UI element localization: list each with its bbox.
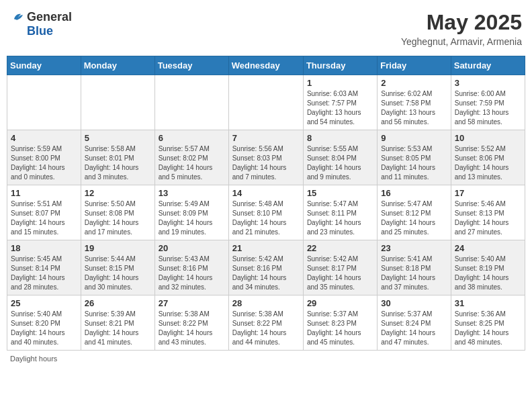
calendar-cell: 1Sunrise: 6:03 AM Sunset: 7:57 PM Daylig… bbox=[303, 75, 377, 130]
day-number: 9 bbox=[381, 133, 447, 143]
calendar-cell: 8Sunrise: 5:55 AM Sunset: 8:04 PM Daylig… bbox=[303, 130, 377, 185]
calendar-cell: 21Sunrise: 5:42 AM Sunset: 8:16 PM Dayli… bbox=[228, 240, 303, 295]
day-number: 16 bbox=[381, 188, 447, 198]
subtitle: Yeghegnut, Armavir, Armenia bbox=[401, 36, 522, 47]
day-number: 27 bbox=[159, 298, 225, 308]
day-info: Sunrise: 6:03 AM Sunset: 7:57 PM Dayligh… bbox=[307, 89, 373, 127]
calendar-cell: 19Sunrise: 5:44 AM Sunset: 8:15 PM Dayli… bbox=[81, 240, 154, 295]
calendar-cell bbox=[154, 75, 228, 130]
day-number: 21 bbox=[232, 243, 300, 253]
calendar-cell: 4Sunrise: 5:59 AM Sunset: 8:00 PM Daylig… bbox=[7, 130, 81, 185]
day-header-wednesday: Wednesday bbox=[228, 56, 303, 75]
calendar-cell: 29Sunrise: 5:37 AM Sunset: 8:23 PM Dayli… bbox=[303, 295, 377, 351]
calendar-cell: 24Sunrise: 5:40 AM Sunset: 8:19 PM Dayli… bbox=[451, 240, 525, 295]
day-info: Sunrise: 5:41 AM Sunset: 8:18 PM Dayligh… bbox=[381, 255, 447, 292]
day-info: Sunrise: 5:53 AM Sunset: 8:05 PM Dayligh… bbox=[381, 144, 447, 182]
calendar-cell: 28Sunrise: 5:38 AM Sunset: 8:22 PM Dayli… bbox=[228, 295, 303, 351]
day-number: 3 bbox=[455, 78, 521, 88]
day-header-friday: Friday bbox=[378, 56, 451, 75]
calendar-cell: 30Sunrise: 5:37 AM Sunset: 8:24 PM Dayli… bbox=[378, 295, 451, 351]
calendar-cell: 20Sunrise: 5:43 AM Sunset: 8:16 PM Dayli… bbox=[154, 240, 228, 295]
calendar-week-3: 11Sunrise: 5:51 AM Sunset: 8:07 PM Dayli… bbox=[7, 185, 525, 240]
main-title: May 2025 bbox=[401, 10, 522, 35]
day-info: Sunrise: 5:38 AM Sunset: 8:22 PM Dayligh… bbox=[232, 310, 300, 347]
day-number: 19 bbox=[85, 243, 151, 253]
calendar-cell: 15Sunrise: 5:47 AM Sunset: 8:11 PM Dayli… bbox=[303, 185, 377, 240]
day-number: 10 bbox=[455, 133, 521, 143]
day-info: Sunrise: 5:58 AM Sunset: 8:01 PM Dayligh… bbox=[85, 144, 151, 182]
calendar-cell bbox=[81, 75, 154, 130]
calendar-cell: 3Sunrise: 6:00 AM Sunset: 7:59 PM Daylig… bbox=[451, 75, 525, 130]
calendar-header-row: SundayMondayTuesdayWednesdayThursdayFrid… bbox=[7, 56, 525, 75]
day-info: Sunrise: 5:47 AM Sunset: 8:11 PM Dayligh… bbox=[307, 199, 373, 237]
day-number: 23 bbox=[381, 243, 447, 253]
calendar-cell: 11Sunrise: 5:51 AM Sunset: 8:07 PM Dayli… bbox=[7, 185, 81, 240]
day-number: 5 bbox=[85, 133, 151, 143]
calendar-cell: 6Sunrise: 5:57 AM Sunset: 8:02 PM Daylig… bbox=[154, 130, 228, 185]
day-number: 24 bbox=[455, 243, 521, 253]
calendar-cell: 5Sunrise: 5:58 AM Sunset: 8:01 PM Daylig… bbox=[81, 130, 154, 185]
day-info: Sunrise: 5:52 AM Sunset: 8:06 PM Dayligh… bbox=[455, 144, 521, 182]
calendar-cell: 31Sunrise: 5:36 AM Sunset: 8:25 PM Dayli… bbox=[451, 295, 525, 351]
day-number: 12 bbox=[85, 188, 151, 198]
day-number: 1 bbox=[307, 78, 373, 88]
day-header-thursday: Thursday bbox=[303, 56, 377, 75]
day-number: 11 bbox=[11, 188, 77, 198]
day-info: Sunrise: 5:42 AM Sunset: 8:17 PM Dayligh… bbox=[307, 255, 373, 292]
day-header-saturday: Saturday bbox=[451, 56, 525, 75]
calendar-cell bbox=[228, 75, 303, 130]
day-number: 6 bbox=[159, 133, 225, 143]
day-number: 30 bbox=[381, 298, 447, 308]
calendar-week-1: 1Sunrise: 6:03 AM Sunset: 7:57 PM Daylig… bbox=[7, 75, 525, 130]
day-info: Sunrise: 5:56 AM Sunset: 8:03 PM Dayligh… bbox=[232, 144, 300, 182]
day-number: 17 bbox=[455, 188, 521, 198]
day-number: 4 bbox=[11, 133, 77, 143]
day-info: Sunrise: 6:00 AM Sunset: 7:59 PM Dayligh… bbox=[455, 89, 521, 127]
day-number: 28 bbox=[232, 298, 300, 308]
day-info: Sunrise: 5:55 AM Sunset: 8:04 PM Dayligh… bbox=[307, 144, 373, 182]
day-info: Sunrise: 5:46 AM Sunset: 8:13 PM Dayligh… bbox=[455, 199, 521, 237]
logo-blue-text: Blue bbox=[27, 25, 53, 38]
calendar-cell bbox=[7, 75, 81, 130]
day-number: 22 bbox=[307, 243, 373, 253]
day-info: Sunrise: 5:59 AM Sunset: 8:00 PM Dayligh… bbox=[11, 144, 77, 182]
day-number: 2 bbox=[381, 78, 447, 88]
day-info: Sunrise: 5:40 AM Sunset: 8:19 PM Dayligh… bbox=[455, 255, 521, 292]
calendar-cell: 14Sunrise: 5:48 AM Sunset: 8:10 PM Dayli… bbox=[228, 185, 303, 240]
logo-bird-icon bbox=[10, 10, 25, 25]
day-number: 20 bbox=[159, 243, 225, 253]
day-info: Sunrise: 5:48 AM Sunset: 8:10 PM Dayligh… bbox=[232, 199, 300, 237]
calendar-week-2: 4Sunrise: 5:59 AM Sunset: 8:00 PM Daylig… bbox=[7, 130, 525, 185]
day-number: 13 bbox=[159, 188, 225, 198]
header: General Blue May 2025 Yeghegnut, Armavir… bbox=[7, 7, 525, 50]
calendar-cell: 22Sunrise: 5:42 AM Sunset: 8:17 PM Dayli… bbox=[303, 240, 377, 295]
calendar-cell: 26Sunrise: 5:39 AM Sunset: 8:21 PM Dayli… bbox=[81, 295, 154, 351]
calendar-cell: 18Sunrise: 5:45 AM Sunset: 8:14 PM Dayli… bbox=[7, 240, 81, 295]
day-info: Sunrise: 5:51 AM Sunset: 8:07 PM Dayligh… bbox=[11, 199, 77, 237]
logo-general-text: General bbox=[27, 11, 72, 24]
calendar: SundayMondayTuesdayWednesdayThursdayFrid… bbox=[7, 56, 525, 351]
day-number: 14 bbox=[232, 188, 300, 198]
day-info: Sunrise: 5:37 AM Sunset: 8:24 PM Dayligh… bbox=[381, 310, 447, 347]
logo: General Blue bbox=[10, 10, 72, 38]
day-number: 7 bbox=[232, 133, 300, 143]
day-info: Sunrise: 5:57 AM Sunset: 8:02 PM Dayligh… bbox=[159, 144, 225, 182]
calendar-cell: 12Sunrise: 5:50 AM Sunset: 8:08 PM Dayli… bbox=[81, 185, 154, 240]
daylight-label: Daylight hours bbox=[10, 355, 57, 363]
calendar-week-5: 25Sunrise: 5:40 AM Sunset: 8:20 PM Dayli… bbox=[7, 295, 525, 351]
day-info: Sunrise: 6:02 AM Sunset: 7:58 PM Dayligh… bbox=[381, 89, 447, 127]
day-number: 26 bbox=[85, 298, 151, 308]
day-info: Sunrise: 5:47 AM Sunset: 8:12 PM Dayligh… bbox=[381, 199, 447, 237]
calendar-cell: 27Sunrise: 5:38 AM Sunset: 8:22 PM Dayli… bbox=[154, 295, 228, 351]
calendar-cell: 25Sunrise: 5:40 AM Sunset: 8:20 PM Dayli… bbox=[7, 295, 81, 351]
calendar-cell: 2Sunrise: 6:02 AM Sunset: 7:58 PM Daylig… bbox=[378, 75, 451, 130]
day-info: Sunrise: 5:49 AM Sunset: 8:09 PM Dayligh… bbox=[159, 199, 225, 237]
day-header-monday: Monday bbox=[81, 56, 154, 75]
calendar-cell: 13Sunrise: 5:49 AM Sunset: 8:09 PM Dayli… bbox=[154, 185, 228, 240]
calendar-cell: 16Sunrise: 5:47 AM Sunset: 8:12 PM Dayli… bbox=[378, 185, 451, 240]
day-info: Sunrise: 5:40 AM Sunset: 8:20 PM Dayligh… bbox=[11, 310, 77, 347]
day-info: Sunrise: 5:43 AM Sunset: 8:16 PM Dayligh… bbox=[159, 255, 225, 292]
day-info: Sunrise: 5:39 AM Sunset: 8:21 PM Dayligh… bbox=[85, 310, 151, 347]
day-number: 31 bbox=[455, 298, 521, 308]
calendar-cell: 7Sunrise: 5:56 AM Sunset: 8:03 PM Daylig… bbox=[228, 130, 303, 185]
